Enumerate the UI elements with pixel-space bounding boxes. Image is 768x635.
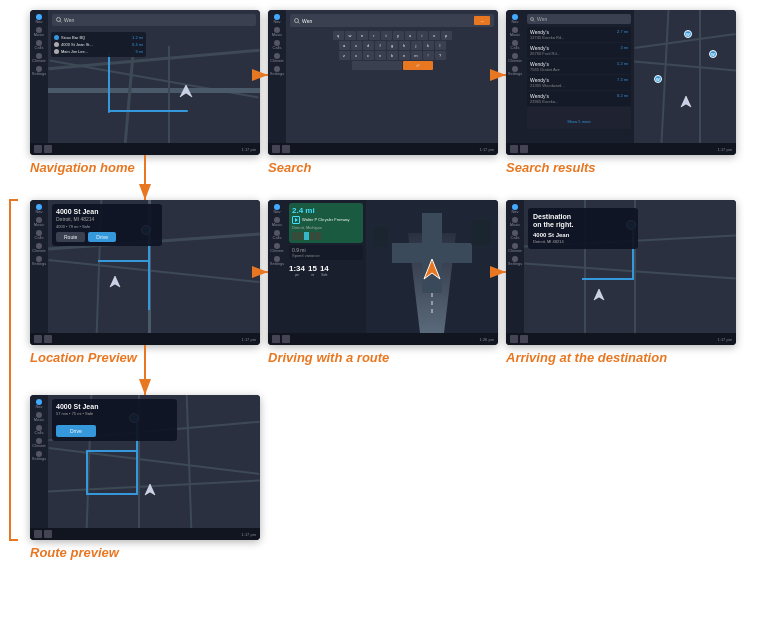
sidebar-settings[interactable]: Settings <box>32 66 46 76</box>
driving-sidebar-music[interactable]: Music <box>270 217 284 227</box>
keyboard[interactable]: q w e r t y u i o p a s d f g <box>288 31 496 71</box>
screen-arriving: Nav Music Calls Climate Settings <box>506 200 736 345</box>
svg-marker-8 <box>681 96 691 107</box>
key-space[interactable] <box>352 61 402 70</box>
results-sidebar-nav[interactable]: Nav <box>508 14 522 24</box>
driving-sidebar-climate[interactable]: Climate <box>270 243 284 253</box>
key-x[interactable]: x <box>351 51 362 60</box>
key-f[interactable]: f <box>375 41 386 50</box>
route-button[interactable]: Route <box>56 232 85 242</box>
route-nav-pointer <box>143 483 157 501</box>
arriving-sidebar-calls[interactable]: Calls <box>508 230 522 240</box>
key-z[interactable]: z <box>339 51 350 60</box>
location-title: 4000 St Jean <box>56 208 158 215</box>
route-sidebar-music[interactable]: Music <box>32 412 46 422</box>
sidebar-climate[interactable]: Climate <box>32 53 46 63</box>
search-sidebar: Nav Music Calls Climate Settings <box>268 10 286 155</box>
route-sidebar: Nav Music Calls Climate Settings <box>30 395 48 540</box>
search-sidebar-climate[interactable]: Climate <box>270 53 284 63</box>
key-w[interactable]: w <box>345 31 356 40</box>
key-question[interactable]: ? <box>435 51 446 60</box>
key-i[interactable]: i <box>417 31 428 40</box>
svg-marker-3 <box>180 85 192 97</box>
key-p[interactable]: p <box>441 31 452 40</box>
arriving-sidebar-nav[interactable]: Nav <box>508 204 522 214</box>
label-search-results: Search results <box>506 160 596 175</box>
key-u[interactable]: u <box>405 31 416 40</box>
route-sidebar-calls[interactable]: Calls <box>32 425 46 435</box>
key-v[interactable]: v <box>375 51 386 60</box>
arriving-sidebar-climate[interactable]: Climate <box>508 243 522 253</box>
search-sidebar-settings[interactable]: Settings <box>270 66 284 76</box>
driving-sidebar-nav[interactable]: Nav <box>270 204 284 214</box>
key-enter[interactable]: ⏎ <box>403 61 433 70</box>
search-input-bar[interactable]: Wen → <box>290 14 494 27</box>
search-sidebar-nav[interactable]: Nav <box>270 14 284 24</box>
key-m[interactable]: m <box>411 51 422 60</box>
arriving-bottom-bar: 1:17 pm <box>506 333 736 345</box>
route-sidebar-settings[interactable]: Settings <box>32 451 46 461</box>
preview-sidebar-music[interactable]: Music <box>32 217 46 227</box>
sidebar-nav[interactable]: Nav <box>32 14 46 24</box>
preview-sidebar-climate[interactable]: Climate <box>32 243 46 253</box>
result-item-5[interactable]: Wendy's 8.2 mi 23965 Eureka... <box>527 91 631 106</box>
preview-sidebar-settings[interactable]: Settings <box>32 256 46 266</box>
drive-button[interactable]: Drive <box>88 232 116 242</box>
results-sidebar-settings[interactable]: Settings <box>508 66 522 76</box>
key-s[interactable]: s <box>351 41 362 50</box>
key-k[interactable]: k <box>423 41 434 50</box>
screen-search-results: Nav Music Calls Climate Settings Wen Wen… <box>506 10 736 155</box>
svg-marker-12 <box>145 484 155 495</box>
search-sidebar-music[interactable]: Music <box>270 27 284 37</box>
driving-sidebar-settings[interactable]: Settings <box>270 256 284 266</box>
arriving-sidebar-settings[interactable]: Settings <box>508 256 522 266</box>
result-item-4[interactable]: Wendy's 7.3 mi 21305 Woodward... <box>527 75 631 90</box>
key-t[interactable]: t <box>381 31 392 40</box>
key-q[interactable]: q <box>333 31 344 40</box>
key-y[interactable]: y <box>393 31 404 40</box>
key-d[interactable]: d <box>363 41 374 50</box>
driving-sidebar-calls[interactable]: Calls <box>270 230 284 240</box>
search-go-btn[interactable]: → <box>474 16 490 25</box>
arriving-place: 4000 St Jean <box>533 232 633 238</box>
preview-nav-pointer <box>108 275 122 293</box>
key-a[interactable]: a <box>339 41 350 50</box>
key-l[interactable]: l <box>435 41 446 50</box>
waypoint-card: Sioux Bar BQ 1.2 mi 4000 St Jean St... 0… <box>51 32 146 57</box>
result-item-3[interactable]: Wendy's 5.2 mi 7565 Gratiot Ave <box>527 59 631 74</box>
preview-sidebar-calls[interactable]: Calls <box>32 230 46 240</box>
result-item-1[interactable]: Wendy's 2.7 mi 12745 Eureka Rd... <box>527 27 631 42</box>
key-n[interactable]: n <box>399 51 410 60</box>
key-b[interactable]: b <box>387 51 398 60</box>
route-sidebar-nav[interactable]: Nav <box>32 399 46 409</box>
result-item-2[interactable]: Wendy's 3 mi 26760 Ford Rd... <box>527 43 631 58</box>
show-more-btn[interactable]: Show 5 more <box>527 107 631 129</box>
key-h[interactable]: h <box>399 41 410 50</box>
route-drive-button[interactable]: Drive <box>56 425 96 437</box>
list-search-icon <box>530 17 535 22</box>
key-g[interactable]: g <box>387 41 398 50</box>
home-search-bar[interactable]: Wen <box>52 14 256 26</box>
location-subtitle: Detroit, MI 48214 <box>56 216 158 222</box>
screen-navigation-home: Nav Music Calls Climate Settings <box>30 10 260 155</box>
results-list: Wen Wendy's 2.7 mi 12745 Eureka Rd... We… <box>524 10 634 143</box>
key-j[interactable]: j <box>411 41 422 50</box>
results-sidebar-music[interactable]: Music <box>508 27 522 37</box>
screen-search: Nav Music Calls Climate Settings Wen → q… <box>268 10 498 155</box>
preview-bottom-bar: 1:17 pm <box>30 333 260 345</box>
preview-sidebar-nav[interactable]: Nav <box>32 204 46 214</box>
key-exclaim[interactable]: ! <box>423 51 434 60</box>
sidebar-music[interactable]: Music <box>32 27 46 37</box>
turn-road-name: Walter P Chrysler Freeway <box>302 218 350 223</box>
key-r[interactable]: r <box>369 31 380 40</box>
key-c[interactable]: c <box>363 51 374 60</box>
sidebar-calls[interactable]: Calls <box>32 40 46 50</box>
label-location-preview: Location Preview <box>30 350 137 365</box>
key-o[interactable]: o <box>429 31 440 40</box>
arriving-sidebar-music[interactable]: Music <box>508 217 522 227</box>
search-sidebar-calls[interactable]: Calls <box>270 40 284 50</box>
results-sidebar-climate[interactable]: Climate <box>508 53 522 63</box>
key-e[interactable]: e <box>357 31 368 40</box>
route-sidebar-climate[interactable]: Climate <box>32 438 46 448</box>
results-sidebar-calls[interactable]: Calls <box>508 40 522 50</box>
